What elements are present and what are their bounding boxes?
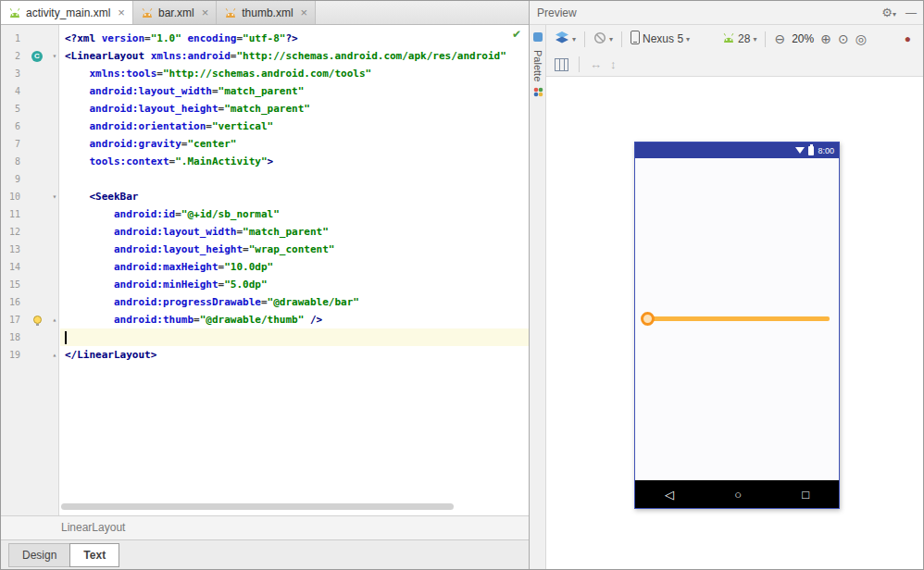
tool-window-bar: Palette	[530, 25, 546, 569]
tab-text[interactable]: Text	[69, 543, 119, 567]
code-line[interactable]: 19▴</LinearLayout>	[1, 346, 529, 364]
code-line[interactable]: 15 android:minHeight="5.0dp"	[1, 276, 529, 293]
code-line[interactable]: 9	[1, 170, 529, 188]
gutter-spacer	[25, 170, 49, 188]
zoom-actual-icon[interactable]: ◎	[855, 32, 867, 45]
configuration-button[interactable]: ▾	[555, 31, 576, 47]
line-number: 1	[1, 30, 25, 47]
code-text	[60, 328, 529, 346]
code-line[interactable]: 14 android:maxHeight="10.0dp"	[1, 258, 529, 276]
seekbar-track[interactable]	[647, 316, 830, 321]
theme-button[interactable]: ▾	[593, 31, 613, 47]
editor-pane: activity_main.xml × bar.xml × thumb.xml …	[1, 1, 529, 569]
code-line[interactable]: 5 android:layout_height="match_parent"	[1, 100, 529, 118]
close-tab-icon[interactable]: ×	[118, 6, 125, 19]
code-line[interactable]: 6 android:orientation="vertical"	[1, 118, 529, 135]
text-caret	[65, 331, 67, 344]
layers-icon	[555, 31, 569, 47]
line-number: 7	[1, 135, 25, 153]
code-line[interactable]: 13 android:layout_height="wrap_content"	[1, 241, 529, 258]
preview-title: Preview	[537, 6, 577, 19]
breadcrumb: LinearLayout	[1, 515, 529, 539]
fold-spacer	[49, 205, 60, 223]
api-selector[interactable]: 28 ▾	[722, 32, 756, 46]
tab-bar-xml[interactable]: bar.xml ×	[133, 1, 217, 24]
gutter-spacer	[25, 258, 49, 276]
code-lines: 1<?xml version="1.0" encoding="utf-8"?>2…	[1, 30, 529, 364]
tab-thumb-xml[interactable]: thumb.xml ×	[217, 1, 316, 24]
android-studio-window: activity_main.xml × bar.xml × thumb.xml …	[0, 0, 924, 570]
code-text: android:maxHeight="10.0dp"	[60, 258, 529, 276]
gutter-spacer	[25, 100, 49, 118]
line-number: 10	[1, 188, 25, 205]
chevron-down-icon: ▾	[753, 35, 756, 43]
code-line[interactable]: 16 android:progressDrawable="@drawable/b…	[1, 293, 529, 311]
line-number: 11	[1, 205, 25, 223]
fold-marker-icon[interactable]: ▴	[49, 346, 60, 364]
seekbar-thumb[interactable]	[641, 312, 655, 326]
line-number: 9	[1, 170, 25, 188]
close-tab-icon[interactable]: ×	[202, 6, 209, 19]
code-text: android:thumb="@drawable/thumb" />	[60, 311, 529, 328]
zoom-in-icon[interactable]: ⊕	[820, 32, 831, 45]
intention-bulb-icon[interactable]	[25, 311, 49, 328]
fold-marker-icon[interactable]: ▴	[49, 311, 60, 328]
gutter-spacer	[25, 153, 49, 170]
code-line[interactable]: 12 android:layout_width="match_parent"	[1, 223, 529, 241]
hide-panel-icon[interactable]: —	[905, 6, 917, 19]
code-line[interactable]: 2C▾<LinearLayout xmlns:android="http://s…	[1, 47, 529, 65]
code-editor[interactable]: 1<?xml version="1.0" encoding="utf-8"?>2…	[1, 25, 529, 515]
fold-marker-icon[interactable]: ▾	[49, 47, 60, 65]
code-line[interactable]: 10▾ <SeekBar	[1, 188, 529, 205]
horizontal-scrollbar[interactable]	[61, 503, 454, 510]
recents-icon: □	[802, 489, 809, 501]
code-line[interactable]: 3 xmlns:tools="http://schemas.android.co…	[1, 65, 529, 82]
tab-label: thumb.xml	[242, 6, 293, 19]
device-selector[interactable]: Nexus 5 ▾	[631, 31, 690, 47]
zoom-fit-icon[interactable]: ⊙	[838, 32, 849, 45]
line-number: 6	[1, 118, 25, 135]
line-number: 2	[1, 47, 25, 65]
fold-spacer	[49, 82, 60, 100]
code-text	[60, 170, 529, 188]
code-text: android:orientation="vertical"	[60, 118, 529, 135]
code-text: <SeekBar	[60, 188, 529, 205]
back-icon: ◁	[665, 489, 674, 501]
code-line[interactable]: 8 tools:context=".MainActivity">	[1, 153, 529, 170]
breadcrumb-item[interactable]: LinearLayout	[61, 521, 125, 534]
close-tab-icon[interactable]: ×	[301, 6, 308, 19]
palette-tab[interactable]: Palette	[532, 50, 543, 81]
device-screen	[635, 158, 839, 480]
status-time: 8:00	[818, 146, 834, 155]
code-line[interactable]: 1<?xml version="1.0" encoding="utf-8"?>	[1, 30, 529, 47]
layout-variants-icon[interactable]	[555, 58, 568, 71]
stretch-horizontal-icon[interactable]: ↔	[590, 57, 602, 71]
code-line[interactable]: 18	[1, 328, 529, 346]
device-status-bar: 8:00	[635, 142, 839, 158]
code-line[interactable]: 7 android:gravity="center"	[1, 135, 529, 153]
preview-toolbar: ▾ ▾ Nexus 5 ▾ 28 ▾ ⊖ 20% ⊕ ⊙ ◎	[546, 25, 924, 53]
stretch-vertical-icon[interactable]: ↕	[610, 57, 617, 71]
tab-design[interactable]: Design	[8, 543, 70, 567]
fold-marker-icon[interactable]: ▾	[49, 188, 60, 205]
fold-spacer	[49, 135, 60, 153]
tab-activity-main-xml[interactable]: activity_main.xml ×	[1, 1, 133, 24]
structure-icon	[532, 31, 543, 45]
code-line[interactable]: 4 android:layout_width="match_parent"	[1, 82, 529, 100]
code-line[interactable]: 11 android:id="@+id/sb_normal"	[1, 205, 529, 223]
chevron-down-icon: ▾	[609, 35, 613, 43]
gutter-spacer	[25, 205, 49, 223]
preview-canvas[interactable]: 8:00 ◁ ○ □	[546, 77, 924, 569]
drawable-xml-file-icon	[141, 7, 154, 19]
fold-spacer	[49, 100, 60, 118]
class-gutter-icon[interactable]: C	[25, 47, 49, 65]
gutter-spacer	[25, 30, 49, 47]
inspection-status-icon[interactable]: ✔	[512, 28, 521, 41]
fold-spacer	[49, 223, 60, 241]
code-text: xmlns:tools="http://schemas.android.com/…	[60, 65, 529, 82]
render-status-icon[interactable]: ●	[905, 32, 911, 45]
zoom-out-icon[interactable]: ⊖	[774, 32, 785, 45]
fold-spacer	[49, 65, 60, 82]
gear-icon[interactable]: ⚙▾	[881, 6, 896, 19]
code-line[interactable]: 17▴ android:thumb="@drawable/thumb" />	[1, 311, 529, 328]
